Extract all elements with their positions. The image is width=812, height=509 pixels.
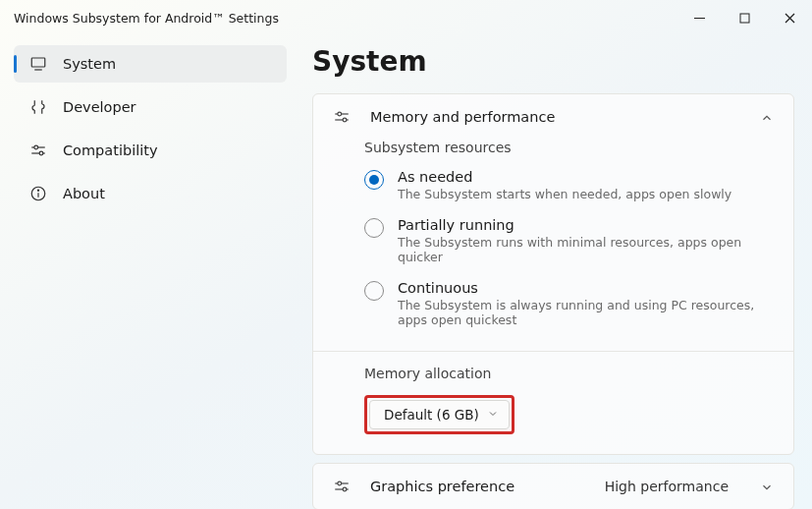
subsystem-resources-label: Subsystem resources	[313, 140, 793, 161]
radio-description: The Subsystem is always running and usin…	[398, 298, 774, 327]
svg-point-9	[39, 151, 43, 155]
divider	[313, 351, 793, 352]
minimize-button[interactable]	[677, 2, 722, 33]
tools-icon	[29, 98, 47, 116]
memory-allocation-label: Memory allocation	[364, 366, 774, 381]
radio-label: As needed	[398, 169, 731, 185]
sliders-icon	[29, 141, 47, 159]
svg-point-12	[37, 190, 38, 191]
sidebar-item-label: System	[63, 56, 116, 72]
close-button[interactable]	[767, 2, 812, 33]
card-title: Graphics preference	[370, 479, 585, 494]
radio-button[interactable]	[364, 170, 384, 190]
sidebar-item-developer[interactable]: Developer	[14, 88, 287, 126]
sidebar-item-label: Compatibility	[63, 142, 157, 158]
sidebar-item-compatibility[interactable]: Compatibility	[14, 132, 287, 169]
highlight-box: Default (6 GB)	[364, 395, 514, 434]
chevron-up-icon	[760, 110, 774, 124]
sliders-icon	[333, 108, 351, 126]
svg-rect-4	[31, 58, 45, 67]
sidebar: System Developer Compatibility About	[0, 35, 295, 509]
memory-performance-header[interactable]: Memory and performance	[313, 94, 793, 140]
card-value: High performance	[605, 479, 729, 494]
memory-performance-card: Memory and performance Subsystem resourc…	[312, 93, 794, 455]
chevron-down-icon	[487, 407, 499, 423]
chevron-down-icon	[760, 480, 774, 493]
titlebar: Windows Subsystem for Android™ Settings	[0, 0, 812, 35]
sliders-icon	[333, 478, 351, 495]
dropdown-value: Default (6 GB)	[384, 407, 479, 423]
info-icon	[29, 185, 47, 202]
window-controls	[677, 2, 812, 33]
radio-option-partially-running[interactable]: Partially running The Subsystem runs wit…	[364, 209, 774, 272]
page-title: System	[312, 45, 794, 78]
radio-description: The Subsystem runs with minimal resource…	[398, 235, 774, 264]
graphics-preference-card[interactable]: Graphics preference High performance	[312, 463, 794, 509]
svg-point-20	[343, 487, 347, 491]
svg-point-16	[343, 118, 347, 122]
radio-option-as-needed[interactable]: As needed The Subsystem starts when need…	[364, 161, 774, 209]
sidebar-item-label: About	[63, 186, 105, 201]
svg-point-7	[34, 145, 38, 149]
card-title: Memory and performance	[370, 109, 740, 125]
monitor-icon	[29, 55, 47, 73]
radio-button[interactable]	[364, 281, 384, 301]
radio-label: Partially running	[398, 217, 774, 233]
maximize-button[interactable]	[722, 2, 767, 33]
svg-point-14	[338, 112, 342, 116]
window-title: Windows Subsystem for Android™ Settings	[14, 11, 279, 26]
subsystem-resources-group: As needed The Subsystem starts when need…	[313, 161, 793, 341]
radio-button[interactable]	[364, 218, 384, 238]
radio-option-continuous[interactable]: Continuous The Subsystem is always runni…	[364, 272, 774, 335]
sidebar-item-system[interactable]: System	[14, 45, 287, 83]
radio-description: The Subsystem starts when needed, apps o…	[398, 187, 731, 201]
sidebar-item-about[interactable]: About	[14, 175, 287, 212]
sidebar-item-label: Developer	[63, 99, 136, 115]
radio-label: Continuous	[398, 280, 774, 296]
svg-point-18	[338, 481, 342, 485]
svg-rect-1	[740, 14, 749, 23]
main-content: System Memory and performance Subsystem …	[295, 35, 812, 509]
memory-allocation-dropdown[interactable]: Default (6 GB)	[369, 400, 510, 429]
